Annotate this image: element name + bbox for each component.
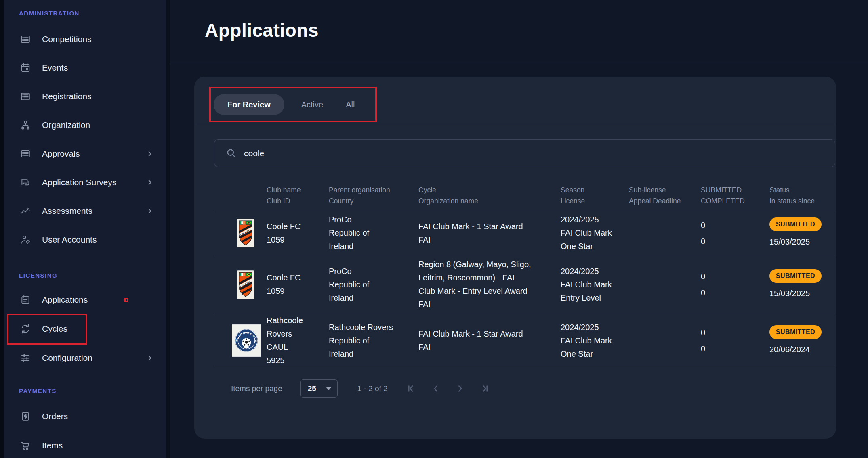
cell-sub-license bbox=[629, 211, 701, 255]
sidebar-item-label: Application Surveys bbox=[42, 178, 116, 187]
cell-submitted-completed: 00 bbox=[701, 314, 769, 367]
cell-season: 2024/2025FAI Club MarkOne Star bbox=[561, 211, 629, 255]
sidebar-nav: ADMINISTRATIONCompetitionsEventsRegistra… bbox=[4, 8, 166, 458]
cell-submitted-completed: 00 bbox=[701, 211, 769, 255]
in-status-since: 20/06/2024 bbox=[769, 343, 835, 356]
in-status-since: 15/03/2025 bbox=[769, 287, 835, 300]
main-content: Applications For ReviewActiveAll Club na… bbox=[170, 0, 868, 458]
header-cell-submitted: SUBMITTEDCOMPLETED bbox=[701, 185, 769, 207]
table-row[interactable]: FOOTBALL CLUB★★RathcooleRoversCAUL5925Ra… bbox=[214, 314, 835, 365]
header-cell-season: SeasonLicense bbox=[561, 185, 629, 207]
sidebar-item-label: Competitions bbox=[42, 34, 92, 44]
applications-card: For ReviewActiveAll Club nameClub IDPare… bbox=[194, 77, 836, 439]
sidebar-item-label: Items bbox=[42, 441, 63, 450]
items-per-page-select[interactable]: 25 bbox=[300, 379, 338, 398]
chevron-right-icon bbox=[145, 178, 154, 187]
sidebar-item-organization[interactable]: Organization bbox=[4, 111, 166, 139]
sidebar-item-label: Approvals bbox=[42, 149, 80, 159]
sidebar-item-applications[interactable]: Applications bbox=[4, 285, 166, 314]
sliders-icon bbox=[20, 353, 31, 363]
table-body: COOLE F.C.Coole FC1059ProCoRepublic ofIr… bbox=[214, 211, 835, 365]
sidebar-item-registrations[interactable]: Registrations bbox=[4, 82, 166, 111]
page-title: Applications bbox=[205, 19, 319, 41]
cell-submitted-completed: 00 bbox=[701, 255, 769, 314]
items-per-page-value: 25 bbox=[308, 384, 326, 393]
coole-fc-crest: COOLE F.C. bbox=[237, 255, 267, 314]
sidebar-item-label: Events bbox=[42, 63, 68, 73]
next-page-icon bbox=[455, 383, 465, 394]
rathcoole-rovers-crest: FOOTBALL CLUB★★ bbox=[237, 314, 267, 367]
sidebar-item-competitions[interactable]: Competitions bbox=[4, 25, 166, 53]
header-cell-club-name: Club nameClub ID bbox=[267, 185, 329, 207]
table-row[interactable]: COOLE F.C.Coole FC1059ProCoRepublic ofIr… bbox=[214, 255, 835, 314]
search-input[interactable] bbox=[244, 148, 835, 158]
sidebar-divider bbox=[166, 0, 170, 458]
prev-page-icon bbox=[431, 383, 441, 394]
search-icon bbox=[226, 148, 237, 159]
tab-active[interactable]: Active bbox=[290, 94, 334, 115]
sidebar-item-orders[interactable]: Orders bbox=[4, 402, 166, 431]
sidebar-item-label: Registrations bbox=[42, 92, 92, 101]
status-badge: SUBMITTED bbox=[769, 217, 822, 231]
section-header-payments: PAYMENTS bbox=[4, 386, 166, 395]
in-status-since: 15/03/2025 bbox=[769, 235, 835, 249]
coole-fc-crest: COOLE F.C. bbox=[237, 211, 267, 255]
cell-sub-license bbox=[629, 255, 701, 314]
header-divider bbox=[170, 63, 868, 63]
cell-status: SUBMITTED15/03/2025 bbox=[769, 211, 835, 255]
last-page-button[interactable] bbox=[479, 383, 490, 394]
pagination: Items per page 25 1 - 2 of 2 bbox=[231, 379, 490, 398]
cell-club-name: Coole FC1059 bbox=[267, 211, 329, 255]
svg-text:★: ★ bbox=[235, 339, 238, 342]
cell-status: SUBMITTED15/03/2025 bbox=[769, 255, 835, 314]
cell-sub-license bbox=[629, 314, 701, 367]
prev-page-button[interactable] bbox=[431, 383, 441, 394]
chevron-right-icon bbox=[145, 207, 154, 215]
caret-down-icon bbox=[326, 387, 332, 390]
cell-season: 2024/2025FAI Club MarkOne Star bbox=[561, 314, 629, 367]
cell-cycle: Region 8 (Galway, Mayo, Sligo,Leitrim, R… bbox=[418, 255, 561, 314]
cell-parent-organisation: ProCoRepublic ofIreland bbox=[329, 255, 418, 314]
first-page-button[interactable] bbox=[406, 383, 417, 394]
cell-cycle: FAI Club Mark - 1 Star AwardFAI bbox=[418, 211, 561, 255]
chat-icon bbox=[20, 177, 31, 188]
table-row[interactable]: COOLE F.C.Coole FC1059ProCoRepublic ofIr… bbox=[214, 211, 835, 255]
sidebar-item-label: Applications bbox=[42, 295, 88, 305]
sidebar-item-items[interactable]: Items bbox=[4, 431, 166, 458]
search-box bbox=[214, 139, 835, 167]
header-cell-parent-organisation: Parent organisationCountry bbox=[329, 185, 418, 207]
chevron-right-icon bbox=[145, 149, 154, 158]
next-page-button[interactable] bbox=[455, 383, 465, 394]
sidebar-item-approvals[interactable]: Approvals bbox=[4, 139, 166, 168]
status-badge: SUBMITTED bbox=[769, 269, 822, 283]
sidebar-item-label: User Accounts bbox=[42, 235, 97, 245]
sidebar-item-label: Cycles bbox=[42, 324, 67, 334]
header-cell-cycle: CycleOrganization name bbox=[418, 185, 561, 207]
list-icon bbox=[20, 34, 31, 44]
sidebar-item-configuration[interactable]: Configuration bbox=[4, 343, 166, 372]
sidebar-item-user-accounts[interactable]: User Accounts bbox=[4, 225, 166, 254]
sidebar-item-cycles[interactable]: Cycles bbox=[4, 314, 166, 343]
trend-icon bbox=[20, 206, 31, 216]
header-cell-status: StatusIn status since bbox=[769, 185, 835, 207]
invoice-icon bbox=[20, 411, 31, 422]
pagination-nav bbox=[406, 383, 490, 394]
cell-club-name: RathcooleRoversCAUL5925 bbox=[267, 314, 329, 367]
cell-season: 2024/2025FAI Club MarkEntry Level bbox=[561, 255, 629, 314]
last-page-icon bbox=[479, 383, 490, 394]
sidebar: ADMINISTRATIONCompetitionsEventsRegistra… bbox=[4, 0, 166, 458]
tab-for-review[interactable]: For Review bbox=[214, 94, 284, 115]
svg-text:★: ★ bbox=[254, 339, 257, 342]
cell-status: SUBMITTED20/06/2024 bbox=[769, 314, 835, 367]
tabs-underline bbox=[194, 124, 836, 124]
status-badge: SUBMITTED bbox=[769, 325, 822, 339]
cart-icon bbox=[20, 440, 31, 451]
sidebar-item-label: Assessments bbox=[42, 206, 92, 216]
sidebar-item-assessments[interactable]: Assessments bbox=[4, 197, 166, 225]
tab-all[interactable]: All bbox=[334, 94, 366, 115]
first-page-icon bbox=[406, 383, 417, 394]
sidebar-item-events[interactable]: Events bbox=[4, 53, 166, 82]
page-range-label: 1 - 2 of 2 bbox=[357, 384, 388, 393]
chevron-right-icon bbox=[145, 353, 154, 362]
sidebar-item-application-surveys[interactable]: Application Surveys bbox=[4, 168, 166, 197]
